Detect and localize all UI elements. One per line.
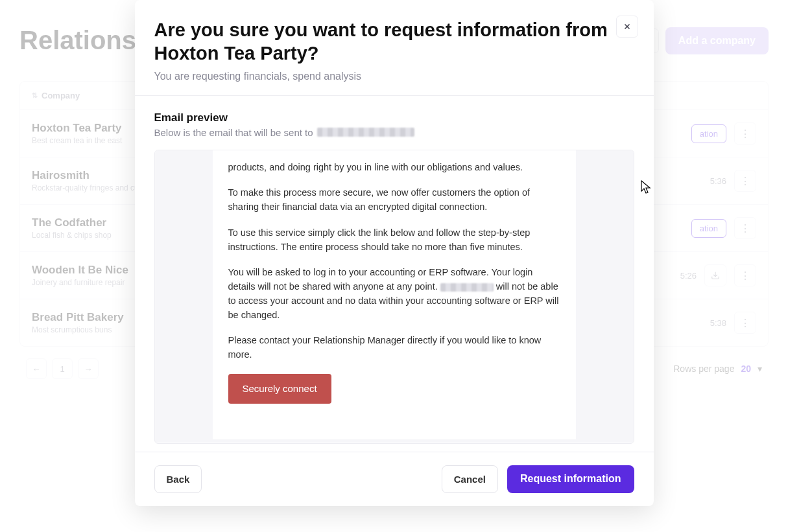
email-paragraph: products, and doing right by you in line… xyxy=(228,161,560,175)
confirm-modal: Are you sure you want to request informa… xyxy=(135,0,654,506)
close-button[interactable] xyxy=(616,16,638,38)
email-paragraph: Please contact your Relationship Manager… xyxy=(228,334,560,362)
modal-header: Are you sure you want to request informa… xyxy=(135,0,654,96)
email-paragraph: To use this service simply click the lin… xyxy=(228,226,560,255)
email-preview-frame[interactable]: products, and doing right by you in line… xyxy=(154,150,634,444)
modal-footer: Back Cancel Request information xyxy=(135,452,654,506)
email-paragraph: You will be asked to log in to your acco… xyxy=(228,266,560,322)
redacted-email xyxy=(317,128,414,137)
back-button[interactable]: Back xyxy=(154,465,202,493)
redacted-company xyxy=(440,283,494,292)
preview-sub-text: Below is the email that will be sent to xyxy=(154,127,313,138)
email-content: products, and doing right by you in line… xyxy=(213,150,576,439)
cancel-button[interactable]: Cancel xyxy=(442,465,498,493)
modal-overlay: Are you sure you want to request informa… xyxy=(0,0,788,532)
email-paragraph: To make this process more secure, we now… xyxy=(228,186,560,214)
modal-title: Are you sure you want to request informa… xyxy=(154,18,634,65)
request-information-button[interactable]: Request information xyxy=(507,465,634,493)
preview-title: Email preview xyxy=(154,111,634,124)
preview-subtitle: Below is the email that will be sent to xyxy=(154,127,634,138)
modal-body: Email preview Below is the email that wi… xyxy=(135,96,654,452)
close-icon xyxy=(623,22,632,31)
modal-subtitle: You are requesting financials, spend ana… xyxy=(154,71,634,82)
securely-connect-button[interactable]: Securely connect xyxy=(228,374,331,404)
